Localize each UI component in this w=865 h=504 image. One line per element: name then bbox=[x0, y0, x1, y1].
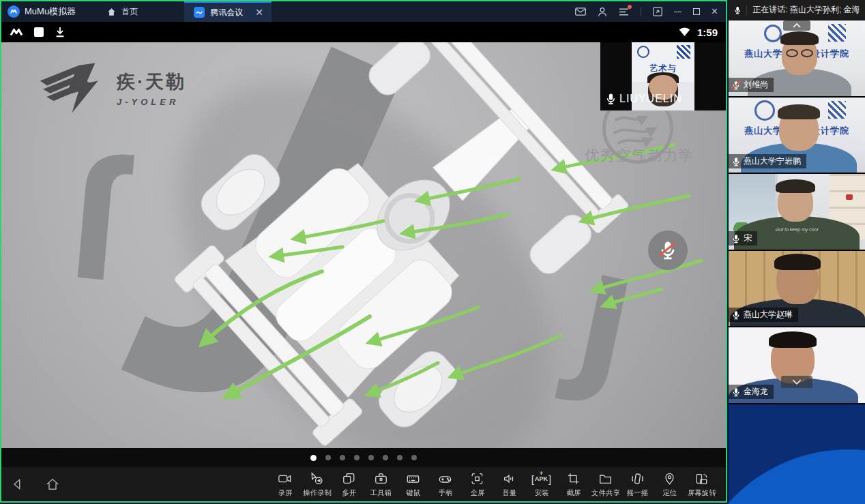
participant-name-chip: 燕山大学赵琳 bbox=[729, 308, 798, 322]
action-record-icon bbox=[310, 472, 324, 486]
mic-icon bbox=[606, 93, 616, 105]
desktop-wallpaper bbox=[729, 404, 865, 504]
brand-name-cn: 疾·天勒 bbox=[117, 70, 186, 94]
presentation-slide[interactable]: J J J bbox=[1, 42, 726, 448]
mumu-logo-icon bbox=[8, 5, 20, 18]
participant-tile[interactable]: 燕山大学艺术与设计学院 刘维尚 bbox=[729, 20, 865, 98]
participant-name: 刘维尚 bbox=[744, 79, 768, 91]
banner-pattern bbox=[828, 101, 846, 119]
multi-instance-icon bbox=[342, 472, 356, 486]
toolbar-fullscreen[interactable]: 全屏 bbox=[463, 471, 492, 498]
mail-icon[interactable] bbox=[575, 8, 586, 16]
shake-icon bbox=[630, 472, 645, 486]
wifi-icon bbox=[678, 27, 691, 38]
toolbar-screenshot[interactable]: 截屏 bbox=[559, 471, 588, 498]
toolbar-action-record[interactable]: 操作录制 bbox=[302, 471, 332, 498]
participant-tile[interactable]: Got to keep my cool 宋 bbox=[729, 174, 865, 251]
toolbar-toolbox[interactable]: 工具箱 bbox=[366, 471, 396, 498]
participant-name-chip: 宋 bbox=[729, 231, 757, 246]
maximize-icon[interactable] bbox=[693, 8, 700, 15]
back-icon[interactable] bbox=[11, 477, 25, 491]
mic-icon bbox=[732, 157, 740, 166]
participant-name: 宋 bbox=[744, 233, 752, 244]
fullscreen-icon bbox=[470, 472, 484, 486]
screenshot-icon bbox=[566, 472, 581, 486]
pager-dot[interactable] bbox=[368, 455, 374, 460]
android-home-icon[interactable] bbox=[45, 477, 60, 491]
status-bar-left bbox=[10, 26, 65, 38]
mumu-toolbar: 录屏 操作录制 多开 工具箱 键鼠 bbox=[1, 467, 726, 501]
brand-logo: 疾·天勒 J-YOLER bbox=[39, 61, 186, 115]
account-icon[interactable] bbox=[598, 7, 607, 17]
mute-microphone-button[interactable] bbox=[648, 231, 688, 270]
slide-pager bbox=[1, 448, 726, 467]
presenter-name-label: LIUYUELIN bbox=[606, 93, 682, 105]
toolbar-gamepad[interactable]: 手柄 bbox=[430, 471, 460, 498]
university-seal-icon bbox=[754, 100, 775, 121]
participant-name: 燕山大学宁岩鹏 bbox=[744, 155, 801, 167]
tab-home[interactable]: 首页 bbox=[106, 6, 138, 18]
banner-pattern bbox=[677, 45, 690, 59]
file-share-icon bbox=[598, 472, 613, 486]
toolbar-apk-install[interactable]: +APK 安装 bbox=[527, 471, 556, 498]
toolbar-screen-record[interactable]: 录屏 bbox=[270, 471, 299, 498]
location-icon bbox=[662, 472, 677, 486]
close-icon[interactable]: × bbox=[712, 6, 718, 17]
tab-tencent-meeting[interactable]: 腾讯会议 ✕ bbox=[184, 1, 272, 22]
tab-close-icon[interactable]: ✕ bbox=[255, 7, 263, 18]
mic-icon bbox=[734, 5, 741, 15]
toolbar-multi-instance[interactable]: 多开 bbox=[334, 471, 364, 498]
download-icon[interactable] bbox=[55, 26, 65, 38]
pager-dot[interactable] bbox=[325, 455, 331, 460]
android-status-bar: 1:59 bbox=[1, 22, 726, 42]
notification-dot bbox=[628, 5, 632, 9]
glasses bbox=[786, 49, 813, 57]
recent-apps-icon[interactable] bbox=[34, 27, 44, 37]
banner-pattern bbox=[828, 24, 846, 42]
pager-dot[interactable] bbox=[397, 455, 402, 460]
boss-key-icon[interactable] bbox=[653, 7, 662, 16]
toolbar-volume[interactable]: 音量 bbox=[495, 471, 524, 498]
toolbar-location[interactable]: 定位 bbox=[655, 471, 684, 498]
toolbar-buttons: 录屏 操作录制 多开 工具箱 键鼠 bbox=[270, 471, 716, 498]
toolbar-rotate-screen[interactable]: 屏幕旋转 bbox=[687, 471, 716, 498]
speaking-banner[interactable]: 正在讲话: 燕山大学孙利; 金海... bbox=[729, 0, 865, 20]
status-time: 1:59 bbox=[697, 27, 718, 38]
pager-dot[interactable] bbox=[383, 455, 388, 460]
shelf-toy bbox=[846, 194, 853, 200]
participant-silhouette bbox=[778, 104, 820, 119]
participant-silhouette bbox=[776, 179, 815, 193]
app-title: MuMu模拟器 bbox=[25, 5, 76, 18]
rotate-screen-icon bbox=[694, 472, 709, 486]
tencent-meeting-icon bbox=[194, 7, 205, 18]
toolbar-keyboard-mouse[interactable]: 键鼠 bbox=[398, 471, 428, 498]
toolbox-icon bbox=[374, 472, 388, 486]
collapse-panel-button[interactable] bbox=[783, 20, 810, 31]
expand-panel-button[interactable] bbox=[781, 376, 812, 388]
participant-silhouette bbox=[780, 31, 819, 45]
university-seal-icon bbox=[637, 46, 649, 58]
pager-dot-active[interactable] bbox=[310, 455, 317, 461]
pager-dot[interactable] bbox=[354, 455, 360, 460]
screen-record-icon bbox=[278, 472, 292, 486]
pager-dot[interactable] bbox=[340, 455, 345, 460]
presenter-camera-overlay[interactable]: 艺术与 LIUYUELIN bbox=[600, 42, 726, 110]
participant-tile[interactable]: 金海龙 bbox=[729, 327, 865, 404]
apk-install-icon: +APK bbox=[531, 472, 551, 486]
pager-dot[interactable] bbox=[411, 455, 417, 460]
brand-name-en: J-YOLER bbox=[117, 97, 186, 107]
mic-icon bbox=[732, 310, 740, 320]
minimize-icon[interactable] bbox=[674, 12, 681, 12]
divider bbox=[641, 7, 641, 16]
presenter-name: LIUYUELIN bbox=[619, 93, 682, 105]
toolbar-shake[interactable]: 摇一摇 bbox=[623, 471, 652, 498]
toolbar-file-share[interactable]: 文件共享 bbox=[591, 471, 620, 498]
participant-tile[interactable]: 燕山大学艺术与设计学院 燕山大学宁岩鹏 bbox=[729, 98, 865, 174]
mumu-mark-icon bbox=[10, 27, 23, 38]
participant-tile[interactable]: 燕山大学赵琳 bbox=[729, 251, 865, 327]
tab-label: 腾讯会议 bbox=[210, 7, 243, 18]
android-nav bbox=[11, 477, 60, 491]
menu-icon[interactable] bbox=[619, 8, 629, 16]
keyboard-mouse-icon bbox=[406, 472, 420, 486]
participant-name: 燕山大学赵琳 bbox=[744, 309, 793, 321]
